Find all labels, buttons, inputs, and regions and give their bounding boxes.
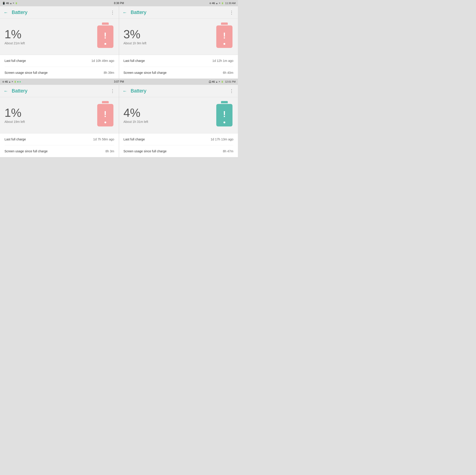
- more-menu-tl[interactable]: ⋮: [110, 10, 115, 15]
- status-time-middle: 3:07 PM: [114, 80, 124, 83]
- more-menu-br[interactable]: ⋮: [229, 88, 234, 94]
- page-title-bl: Battery: [12, 88, 110, 94]
- battery-exclaim-br: !: [223, 110, 226, 118]
- battery-icon-tr: !: [215, 24, 233, 49]
- battery-percent-bl: 1%: [4, 107, 25, 119]
- battery-low-icon-ml: 🔋: [14, 81, 17, 83]
- battery-dot-tl: [104, 43, 106, 45]
- more-menu-bl[interactable]: ⋮: [110, 88, 115, 94]
- dnd-icon-tr: ⊖: [209, 2, 211, 5]
- top-panel-row: ← Battery ⋮ 1% About 21m left ! Last ful…: [0, 6, 238, 79]
- time-mr: 12:01 PM: [225, 80, 236, 83]
- screen-usage-label-tr: Screen usage since full charge: [123, 71, 167, 74]
- whatsapp-icon: ●: [19, 80, 21, 83]
- status-bar-top-left-icons: 📳 4G ▲ ✕ 🔋: [2, 2, 17, 5]
- screen-usage-value-tr: 6h 40m: [223, 71, 233, 74]
- battery-dot-bl: [104, 121, 106, 123]
- battery-top-tl: [102, 22, 109, 25]
- screen-usage-row-bl: Screen usage since full charge 8h 3m: [4, 145, 114, 157]
- screen-usage-label-bl: Screen usage since full charge: [4, 149, 48, 153]
- signal-icon-tl: ▲: [10, 2, 12, 4]
- status-bar-middle: ⊖ 4G ▲ ✕ 🔋 ● ● 3:07 PM 🎧 4G ▲ ✕ 🔋 12:01 …: [0, 79, 238, 85]
- last-charge-row-br: Last full charge 1d 17h 13m ago: [123, 134, 234, 145]
- battery-body-tr: !: [216, 25, 233, 48]
- vibrate-icon: 📳: [2, 2, 5, 5]
- battery-low-icon-mr: 🔋: [221, 81, 223, 83]
- battery-body-br: !: [216, 104, 233, 126]
- battery-section-tr: 3% About 1h 9m left !: [119, 19, 238, 55]
- signal-icon-ml: ▲: [9, 81, 11, 83]
- 4g-icon-ml: 4G: [5, 81, 8, 83]
- battery-top-tr: [221, 22, 228, 25]
- battery-low-icon-tr: 🔋: [221, 2, 224, 4]
- battery-top-bl: [102, 101, 109, 103]
- signal-x-icon-ml: ✕: [12, 81, 13, 83]
- battery-exclaim-tl: !: [104, 32, 107, 40]
- battery-body-bl: !: [97, 104, 113, 126]
- details-tr: Last full charge 1d 12h 1m ago Screen us…: [119, 55, 238, 79]
- back-button-tl[interactable]: ←: [4, 10, 8, 15]
- battery-top-br: [221, 101, 228, 103]
- signal-icon-mr: ▲: [216, 81, 218, 83]
- last-charge-row-bl: Last full charge 1d 7h 58m ago: [4, 134, 114, 145]
- battery-icon-tl: !: [96, 24, 114, 49]
- screen-usage-value-br: 8h 47m: [223, 149, 233, 153]
- battery-percent-tr: 3%: [123, 28, 147, 40]
- page-title-tr: Battery: [131, 9, 230, 15]
- panel-header-top-left: ← Battery ⋮: [0, 6, 119, 19]
- battery-info-br: 4% About 1h 31m left: [123, 107, 148, 123]
- 4g-icon-tr: 4G: [212, 2, 215, 4]
- last-charge-value-bl: 1d 7h 58m ago: [93, 137, 114, 141]
- screen-usage-label-tl: Screen usage since full charge: [4, 71, 48, 74]
- panel-bottom-left: ← Battery ⋮ 1% About 19m left ! Last ful…: [0, 85, 119, 157]
- 4g-icon-tl: 4G: [6, 2, 9, 4]
- details-tl: Last full charge 1d 10h 49m ago Screen u…: [0, 55, 119, 79]
- headset-icon: 🎧: [209, 81, 211, 83]
- last-charge-label-br: Last full charge: [123, 137, 145, 141]
- battery-icon-bl: !: [96, 103, 114, 128]
- 4g-icon-mr: 4G: [212, 81, 215, 83]
- signal-x-icon-mr: ✕: [219, 81, 220, 83]
- battery-percent-tl: 1%: [4, 28, 25, 40]
- battery-dot-tr: [223, 43, 225, 45]
- screen-usage-value-bl: 8h 3m: [105, 149, 114, 153]
- back-button-bl[interactable]: ←: [4, 88, 8, 94]
- last-charge-row-tr: Last full charge 1d 12h 1m ago: [123, 55, 234, 67]
- panel-top-right: ← Battery ⋮ 3% About 1h 9m left ! Last f…: [119, 6, 238, 79]
- last-charge-label-tr: Last full charge: [123, 59, 145, 63]
- details-bl: Last full charge 1d 7h 58m ago Screen us…: [0, 133, 119, 157]
- last-charge-row-tl: Last full charge 1d 10h 49m ago: [4, 55, 114, 67]
- battery-info-bl: 1% About 19m left: [4, 107, 25, 123]
- battery-percent-br: 4%: [123, 107, 148, 119]
- last-charge-value-tl: 1d 10h 49m ago: [91, 59, 114, 63]
- screen-usage-row-tl: Screen usage since full charge 8h 39m: [4, 67, 114, 79]
- back-button-tr[interactable]: ←: [123, 10, 127, 15]
- panel-header-top-right: ← Battery ⋮: [119, 6, 238, 19]
- battery-time-tr: About 1h 9m left: [123, 41, 147, 45]
- battery-exclaim-tr: !: [223, 32, 226, 40]
- panel-bottom-right: ← Battery ⋮ 4% About 1h 31m left ! Last …: [119, 85, 238, 157]
- battery-section-br: 4% About 1h 31m left !: [119, 97, 238, 133]
- spotify-icon: ●: [17, 80, 19, 83]
- signal-x-icon-tl: ✕: [13, 2, 14, 4]
- dnd-icon-ml: ⊖: [2, 80, 4, 83]
- back-button-br[interactable]: ←: [123, 88, 127, 94]
- battery-info-tr: 3% About 1h 9m left: [123, 28, 147, 45]
- signal-icon-tr: ▲: [216, 2, 218, 4]
- status-time-top: 8:38 PM: [114, 1, 124, 5]
- battery-time-br: About 1h 31m left: [123, 120, 148, 123]
- panel-header-bottom-left: ← Battery ⋮: [0, 85, 119, 97]
- last-charge-value-br: 1d 17h 13m ago: [211, 137, 233, 141]
- details-br: Last full charge 1d 17h 13m ago Screen u…: [119, 133, 238, 157]
- status-bar-top: 📳 4G ▲ ✕ 🔋 8:38 PM ⊖ 4G ▲ ✕ 🔋 11:30 AM: [0, 0, 238, 6]
- screen-usage-label-br: Screen usage since full charge: [123, 149, 167, 153]
- battery-low-icon-tl: 🔋: [15, 2, 17, 4]
- battery-section-bl: 1% About 19m left !: [0, 97, 119, 133]
- battery-exclaim-bl: !: [104, 110, 107, 118]
- last-charge-value-tr: 1d 12h 1m ago: [212, 59, 233, 63]
- battery-dot-br: [223, 121, 225, 123]
- last-charge-label-bl: Last full charge: [4, 137, 26, 141]
- signal-x-icon-tr: ✕: [219, 2, 221, 4]
- more-menu-tr[interactable]: ⋮: [229, 10, 234, 15]
- battery-info-tl: 1% About 21m left: [4, 28, 25, 45]
